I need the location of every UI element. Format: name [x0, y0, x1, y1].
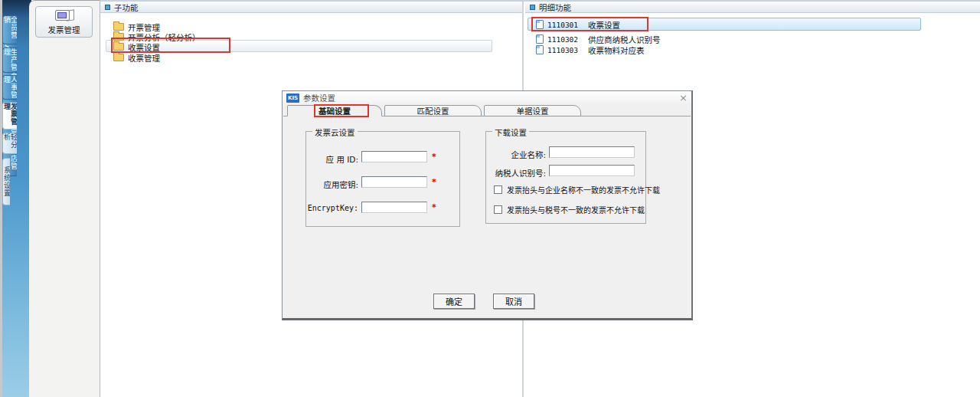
panel-square-icon: [530, 5, 535, 10]
sidebar-tab-marketing[interactable]: 全员营销: [2, 15, 17, 44]
tree-item-shoupiao-shezhi[interactable]: 收票设置: [113, 41, 160, 52]
detail-item-code: 1110303: [547, 46, 578, 54]
tree-item-label: 收票设置: [128, 41, 160, 53]
sidebar-tab-invoice-mgmt[interactable]: 发票管理: [2, 102, 17, 130]
module-icon-panel: 发票管理: [29, 0, 100, 397]
panel-square-icon: [105, 5, 110, 10]
folder-icon: [113, 43, 124, 51]
encrypt-key-input[interactable]: [361, 202, 427, 213]
tab-match-settings[interactable]: 匹配设置: [384, 105, 482, 116]
dialog-title: 参数设置: [303, 92, 675, 103]
tree-item-label: 收票管理: [128, 52, 160, 64]
sidebar-tab-production[interactable]: 生产管理: [2, 48, 17, 73]
kis-logo-icon: KIS: [286, 94, 299, 103]
download-group-title: 下载设置: [492, 126, 529, 138]
app-id-label: 应 用 ID:: [311, 153, 358, 165]
detail-panel-title: 明细功能: [539, 2, 571, 13]
invoice-cloud-group-title: 发票云设置: [312, 126, 358, 138]
download-settings-groupbox: 下载设置 企业名称: 纳税人识别号: 发票抬头与企业名称不一致的发票不允许下载 …: [485, 131, 646, 224]
taxpayer-id-label: 纳税人识别号:: [486, 167, 546, 179]
folder-icon: [113, 23, 124, 31]
checkbox-row-taxno-mismatch[interactable]: 发票抬头与税号不一致的发票不允许下载: [494, 204, 645, 215]
sidebar-tab-system-settings[interactable]: 系统设置: [2, 158, 10, 205]
sidebar-tab-hr[interactable]: 人事管理: [2, 75, 17, 100]
company-name-label: 企业名称:: [491, 149, 546, 160]
subfunction-panel-header: 子功能: [100, 2, 522, 13]
required-asterisk: *: [432, 152, 436, 162]
required-asterisk: *: [432, 202, 436, 212]
tab-label: 基础设置: [318, 105, 351, 116]
app-secret-input[interactable]: [361, 176, 427, 188]
detail-item-code: 1110301: [547, 21, 578, 29]
required-asterisk: *: [432, 177, 436, 187]
detail-item-label: 收票物料对应表: [588, 44, 645, 56]
checkbox-icon[interactable]: [494, 185, 502, 194]
detail-item-1110301[interactable]: 1110301 收票设置: [536, 19, 620, 30]
close-icon[interactable]: ×: [679, 93, 688, 103]
dialog-titlebar[interactable]: KIS 参数设置 ×: [283, 91, 691, 104]
invoice-module-button[interactable]: 发票管理: [35, 6, 93, 38]
invoice-cloud-groupbox: 发票云设置 应 用 ID: * 应用密钥: * EncryptKey: *: [305, 131, 460, 227]
document-icon: [536, 20, 544, 29]
company-name-input[interactable]: [549, 146, 635, 158]
detail-item-1110303[interactable]: 1110303 收票物料对应表: [536, 44, 645, 55]
cancel-button[interactable]: 取消: [493, 294, 534, 309]
folder-icon: [113, 33, 124, 41]
detail-item-code: 1110302: [547, 35, 578, 44]
app-id-input[interactable]: [361, 151, 427, 162]
ok-button[interactable]: 确定: [433, 294, 475, 309]
checkbox-label: 发票抬头与税号不一致的发票不允许下载: [507, 204, 645, 215]
taxpayer-id-input[interactable]: [549, 165, 635, 176]
detail-item-1110302[interactable]: 1110302 供应商纳税人识别号: [536, 34, 661, 44]
checkbox-label: 发票抬头与企业名称不一致的发票不允许下载: [507, 184, 660, 195]
checkbox-icon[interactable]: [494, 205, 502, 214]
document-icon: [536, 34, 544, 44]
sidebar-tab-light-analysis[interactable]: 轻分析: [2, 133, 17, 154]
invoice-module-label: 发票管理: [48, 24, 80, 35]
subfunction-panel-title: 子功能: [114, 2, 139, 13]
encrypt-key-label: EncryptKey:: [306, 204, 358, 212]
document-icon: [536, 45, 544, 54]
tab-label: 单据设置: [517, 105, 549, 116]
detail-item-label: 供应商纳税人识别号: [588, 34, 661, 45]
tab-label: 匹配设置: [417, 105, 449, 116]
checkbox-row-company-mismatch[interactable]: 发票抬头与企业名称不一致的发票不允许下载: [494, 184, 660, 195]
tab-basic-settings[interactable]: 基础设置: [287, 105, 382, 116]
app-window: { "sidebar": { "column_a": [ { "label": …: [0, 0, 980, 397]
detail-panel-header: 明细功能: [525, 2, 980, 13]
folder-icon: [113, 54, 124, 61]
parameter-settings-dialog: KIS 参数设置 × 基础设置 匹配设置 单据设置 发票云设置 应 用 ID: …: [282, 90, 693, 320]
sidebar-top-cap: [2, 0, 31, 17]
tree-item-shoupiao-guanli[interactable]: 收票管理: [113, 52, 160, 63]
tab-document-settings[interactable]: 单据设置: [484, 105, 581, 116]
app-secret-label: 应用密钥:: [311, 179, 358, 190]
module-sidebar: 我的KIS 财务会计 供应链 电商管理 门店管理 全员营销 生产管理 人事管理 …: [0, 0, 29, 397]
detail-item-label: 收票设置: [588, 19, 620, 31]
invoice-module-icon: [54, 9, 74, 22]
